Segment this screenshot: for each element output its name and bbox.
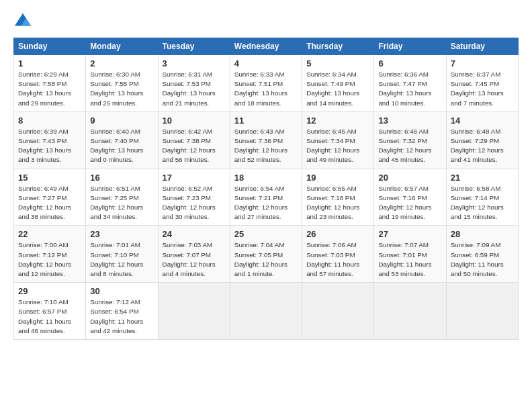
- day-number: 7: [451, 58, 514, 68]
- calendar-cell: [446, 283, 518, 340]
- day-number: 5: [306, 58, 369, 68]
- col-header-thursday: Thursday: [302, 38, 374, 55]
- calendar-cell: 11 Sunrise: 6:43 AM Sunset: 7:36 PM Dayl…: [230, 111, 302, 169]
- calendar-cell: [158, 283, 230, 340]
- calendar-cell: 23 Sunrise: 7:01 AM Sunset: 7:10 PM Dayl…: [86, 226, 158, 283]
- calendar-cell: 22 Sunrise: 7:00 AM Sunset: 7:12 PM Dayl…: [14, 226, 86, 283]
- day-number: 2: [90, 58, 153, 68]
- calendar-cell: 13 Sunrise: 6:46 AM Sunset: 7:32 PM Dayl…: [374, 111, 446, 169]
- calendar-cell: 15 Sunrise: 6:49 AM Sunset: 7:27 PM Dayl…: [14, 169, 86, 226]
- cell-content: Sunrise: 7:01 AM Sunset: 7:10 PM Dayligh…: [90, 240, 153, 279]
- day-number: 27: [378, 229, 441, 239]
- col-header-tuesday: Tuesday: [158, 38, 230, 55]
- calendar-cell: 9 Sunrise: 6:40 AM Sunset: 7:40 PM Dayli…: [86, 111, 158, 169]
- calendar-cell: 8 Sunrise: 6:39 AM Sunset: 7:43 PM Dayli…: [14, 111, 86, 169]
- cell-content: Sunrise: 6:29 AM Sunset: 7:58 PM Dayligh…: [18, 70, 81, 108]
- logo-icon: [13, 12, 32, 31]
- header-row: SundayMondayTuesdayWednesdayThursdayFrid…: [14, 38, 519, 55]
- calendar-cell: 25 Sunrise: 7:04 AM Sunset: 7:05 PM Dayl…: [230, 226, 302, 283]
- day-number: 19: [306, 173, 369, 183]
- cell-content: Sunrise: 6:42 AM Sunset: 7:38 PM Dayligh…: [163, 127, 226, 165]
- cell-content: Sunrise: 6:49 AM Sunset: 7:27 PM Dayligh…: [18, 184, 81, 222]
- week-row-3: 15 Sunrise: 6:49 AM Sunset: 7:27 PM Dayl…: [14, 169, 519, 226]
- cell-content: Sunrise: 6:36 AM Sunset: 7:47 PM Dayligh…: [378, 70, 441, 108]
- cell-content: Sunrise: 6:48 AM Sunset: 7:29 PM Dayligh…: [451, 127, 514, 165]
- cell-content: Sunrise: 6:45 AM Sunset: 7:34 PM Dayligh…: [306, 127, 369, 165]
- cell-content: Sunrise: 6:43 AM Sunset: 7:36 PM Dayligh…: [234, 127, 298, 165]
- day-number: 15: [18, 173, 81, 183]
- calendar-cell: 3 Sunrise: 6:31 AM Sunset: 7:53 PM Dayli…: [158, 55, 230, 112]
- calendar-cell: 28 Sunrise: 7:09 AM Sunset: 6:59 PM Dayl…: [446, 226, 518, 283]
- calendar-cell: 10 Sunrise: 6:42 AM Sunset: 7:38 PM Dayl…: [158, 111, 230, 169]
- day-number: 11: [234, 116, 298, 126]
- day-number: 4: [234, 58, 298, 68]
- cell-content: Sunrise: 6:34 AM Sunset: 7:49 PM Dayligh…: [306, 70, 369, 108]
- day-number: 22: [18, 229, 81, 239]
- week-row-2: 8 Sunrise: 6:39 AM Sunset: 7:43 PM Dayli…: [14, 111, 519, 169]
- cell-content: Sunrise: 6:39 AM Sunset: 7:43 PM Dayligh…: [18, 127, 81, 165]
- calendar-cell: 14 Sunrise: 6:48 AM Sunset: 7:29 PM Dayl…: [446, 111, 518, 169]
- cell-content: Sunrise: 6:54 AM Sunset: 7:21 PM Dayligh…: [234, 184, 298, 222]
- calendar-cell: 5 Sunrise: 6:34 AM Sunset: 7:49 PM Dayli…: [302, 55, 374, 112]
- calendar-cell: 4 Sunrise: 6:33 AM Sunset: 7:51 PM Dayli…: [230, 55, 302, 112]
- day-number: 24: [163, 229, 226, 239]
- calendar-cell: 2 Sunrise: 6:30 AM Sunset: 7:55 PM Dayli…: [86, 55, 158, 112]
- calendar-cell: 29 Sunrise: 7:10 AM Sunset: 6:57 PM Dayl…: [14, 283, 86, 340]
- cell-content: Sunrise: 7:06 AM Sunset: 7:03 PM Dayligh…: [306, 240, 369, 279]
- cell-content: Sunrise: 6:52 AM Sunset: 7:23 PM Dayligh…: [163, 184, 226, 222]
- col-header-sunday: Sunday: [14, 38, 86, 55]
- calendar-cell: 16 Sunrise: 6:51 AM Sunset: 7:25 PM Dayl…: [86, 169, 158, 226]
- day-number: 29: [18, 286, 81, 296]
- day-number: 20: [378, 173, 441, 183]
- calendar-cell: 6 Sunrise: 6:36 AM Sunset: 7:47 PM Dayli…: [374, 55, 446, 112]
- day-number: 30: [90, 286, 153, 296]
- calendar-cell: 24 Sunrise: 7:03 AM Sunset: 7:07 PM Dayl…: [158, 226, 230, 283]
- day-number: 18: [234, 173, 298, 183]
- cell-content: Sunrise: 6:40 AM Sunset: 7:40 PM Dayligh…: [90, 127, 153, 165]
- day-number: 23: [90, 229, 153, 239]
- cell-content: Sunrise: 6:37 AM Sunset: 7:45 PM Dayligh…: [451, 70, 514, 108]
- week-row-4: 22 Sunrise: 7:00 AM Sunset: 7:12 PM Dayl…: [14, 226, 519, 283]
- calendar-cell: 27 Sunrise: 7:07 AM Sunset: 7:01 PM Dayl…: [374, 226, 446, 283]
- page: SundayMondayTuesdayWednesdayThursdayFrid…: [0, 0, 532, 347]
- cell-content: Sunrise: 7:12 AM Sunset: 6:54 PM Dayligh…: [90, 298, 153, 336]
- cell-content: Sunrise: 7:04 AM Sunset: 7:05 PM Dayligh…: [234, 240, 298, 279]
- cell-content: Sunrise: 6:30 AM Sunset: 7:55 PM Dayligh…: [90, 70, 153, 108]
- cell-content: Sunrise: 6:46 AM Sunset: 7:32 PM Dayligh…: [378, 127, 441, 165]
- day-number: 8: [18, 116, 81, 126]
- calendar-cell: 7 Sunrise: 6:37 AM Sunset: 7:45 PM Dayli…: [446, 55, 518, 112]
- cell-content: Sunrise: 6:33 AM Sunset: 7:51 PM Dayligh…: [234, 70, 298, 108]
- day-number: 13: [378, 116, 441, 126]
- cell-content: Sunrise: 6:58 AM Sunset: 7:14 PM Dayligh…: [451, 184, 514, 222]
- day-number: 1: [18, 58, 81, 68]
- cell-content: Sunrise: 7:03 AM Sunset: 7:07 PM Dayligh…: [163, 240, 226, 279]
- calendar-cell: 30 Sunrise: 7:12 AM Sunset: 6:54 PM Dayl…: [86, 283, 158, 340]
- calendar-cell: 17 Sunrise: 6:52 AM Sunset: 7:23 PM Dayl…: [158, 169, 230, 226]
- cell-content: Sunrise: 7:00 AM Sunset: 7:12 PM Dayligh…: [18, 240, 81, 279]
- col-header-wednesday: Wednesday: [230, 38, 302, 55]
- header: [13, 12, 519, 31]
- day-number: 26: [306, 229, 369, 239]
- calendar-cell: 26 Sunrise: 7:06 AM Sunset: 7:03 PM Dayl…: [302, 226, 374, 283]
- day-number: 25: [234, 229, 298, 239]
- cell-content: Sunrise: 7:10 AM Sunset: 6:57 PM Dayligh…: [18, 298, 81, 336]
- day-number: 16: [90, 173, 153, 183]
- cell-content: Sunrise: 6:31 AM Sunset: 7:53 PM Dayligh…: [163, 70, 226, 108]
- week-row-5: 29 Sunrise: 7:10 AM Sunset: 6:57 PM Dayl…: [14, 283, 519, 340]
- day-number: 9: [90, 116, 153, 126]
- col-header-saturday: Saturday: [446, 38, 518, 55]
- calendar-cell: 1 Sunrise: 6:29 AM Sunset: 7:58 PM Dayli…: [14, 55, 86, 112]
- day-number: 12: [306, 116, 369, 126]
- day-number: 10: [163, 116, 226, 126]
- calendar-cell: [302, 283, 374, 340]
- calendar-cell: 18 Sunrise: 6:54 AM Sunset: 7:21 PM Dayl…: [230, 169, 302, 226]
- cell-content: Sunrise: 6:57 AM Sunset: 7:16 PM Dayligh…: [378, 184, 441, 222]
- calendar-cell: [374, 283, 446, 340]
- week-row-1: 1 Sunrise: 6:29 AM Sunset: 7:58 PM Dayli…: [14, 55, 519, 112]
- cell-content: Sunrise: 6:51 AM Sunset: 7:25 PM Dayligh…: [90, 184, 153, 222]
- day-number: 21: [451, 173, 514, 183]
- cell-content: Sunrise: 6:55 AM Sunset: 7:18 PM Dayligh…: [306, 184, 369, 222]
- cell-content: Sunrise: 7:07 AM Sunset: 7:01 PM Dayligh…: [378, 240, 441, 279]
- calendar-cell: 19 Sunrise: 6:55 AM Sunset: 7:18 PM Dayl…: [302, 169, 374, 226]
- col-header-friday: Friday: [374, 38, 446, 55]
